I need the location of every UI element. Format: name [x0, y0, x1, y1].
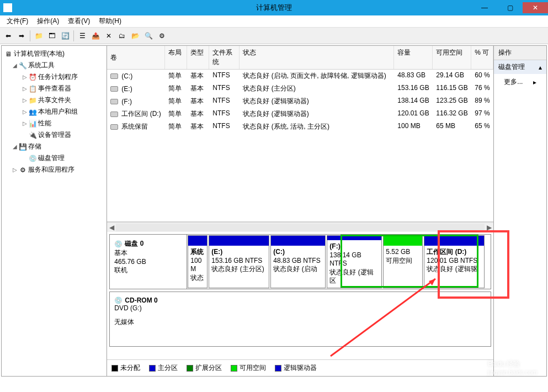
refresh-icon[interactable]: 🔄	[59, 30, 71, 42]
tree-systools[interactable]: ◢🔧系统工具	[2, 60, 107, 71]
titlebar: 计算机管理 — ▢ ✕	[0, 0, 548, 15]
tree-perf[interactable]: ▷📊性能	[2, 118, 107, 129]
legend: 未分配 主分区 扩展分区 可用空间 逻辑驱动器	[107, 359, 493, 376]
watermark: Baidu 经验 jingyan.baidu.com	[488, 359, 537, 375]
settings-icon[interactable]: ⚙	[156, 30, 168, 42]
back-button[interactable]: ⬅	[2, 30, 14, 42]
partition[interactable]: (C:)48.83 GB NTFS状态良好 (启动	[270, 235, 326, 288]
expand-icon[interactable]: ▷	[12, 167, 18, 173]
list-icon[interactable]: ☰	[76, 30, 88, 42]
cdrom-row: 💿CD-ROM 0 DVD (G:) 无媒体	[109, 292, 491, 347]
menu-help[interactable]: 帮助(H)	[94, 15, 126, 27]
folder2-icon[interactable]: 📂	[129, 30, 141, 42]
col-type[interactable]: 类型	[187, 46, 209, 69]
legend-unallocated: 未分配	[111, 363, 140, 373]
folder-icon[interactable]: 📁	[33, 30, 45, 42]
menu-action[interactable]: 操作(A)	[33, 15, 63, 27]
actions-more[interactable]: 更多...▸	[494, 74, 546, 90]
perf-icon: 📊	[28, 119, 37, 128]
col-fs[interactable]: 文件系统	[209, 46, 240, 69]
tree-root[interactable]: 🖥计算机管理(本地)	[2, 48, 107, 60]
main-pane: 卷 布局 类型 文件系统 状态 容量 可用空间 % 可 (C:)简单基本NTFS…	[107, 46, 493, 376]
volume-row[interactable]: (C:)简单基本NTFS状态良好 (启动, 页面文件, 故障转储, 逻辑驱动器)…	[107, 70, 493, 82]
users-icon: 👥	[28, 108, 37, 116]
menu-file[interactable]: 文件(F)	[2, 15, 33, 27]
actions-pane: 操作 磁盘管理▴ 更多...▸	[493, 46, 546, 376]
volume-row[interactable]: 工作区间 (D:)简单基本NTFS状态良好 (逻辑驱动器)120.01 GB11…	[107, 108, 493, 120]
h-scrollbar[interactable]: ◀ ▶	[107, 222, 493, 232]
expand-icon[interactable]: ▷	[22, 86, 28, 92]
menubar: 文件(F) 操作(A) 查看(V) 帮助(H)	[0, 15, 548, 28]
volume-header: 卷 布局 类型 文件系统 状态 容量 可用空间 % 可	[107, 46, 493, 70]
volume-row[interactable]: (F:)简单基本NTFS状态良好 (逻辑驱动器)138.14 GB123.25 …	[107, 95, 493, 108]
tree-shared[interactable]: ▷📁共享文件夹	[2, 94, 107, 106]
expand-icon[interactable]: ▷	[22, 97, 28, 103]
scroll-right-icon[interactable]: ▶	[485, 224, 493, 231]
col-volume[interactable]: 卷	[107, 46, 165, 69]
menu-view[interactable]: 查看(V)	[63, 15, 94, 27]
tree-users[interactable]: ▷👥本地用户和组	[2, 106, 107, 118]
tree-diskmgmt[interactable]: 💿磁盘管理	[2, 152, 107, 164]
tree-services[interactable]: ▷⚙服务和应用程序	[2, 164, 107, 176]
device-icon: 🔌	[28, 131, 37, 140]
actions-section-diskmgmt[interactable]: 磁盘管理▴	[494, 60, 546, 74]
computer-icon: 🖥	[4, 50, 13, 59]
disk-icon: 💿	[114, 240, 123, 248]
services-icon: ⚙	[18, 166, 27, 174]
view-icon[interactable]: 🗔	[46, 30, 58, 42]
legend-logical: 逻辑驱动器	[275, 363, 317, 373]
partition[interactable]: 工作区间 (D:)120.01 GB NTFS状态良好 (逻辑驱	[424, 235, 485, 288]
volume-row[interactable]: 系统保留简单基本NTFS状态良好 (系统, 活动, 主分区)100 MB65 M…	[107, 120, 493, 133]
volume-icon	[110, 99, 118, 104]
disk-icon: 💿	[28, 154, 37, 163]
search-icon[interactable]: 🔍	[142, 30, 155, 42]
collapse-icon: ▴	[539, 63, 542, 71]
tree-devmgr[interactable]: 🔌设备管理器	[2, 129, 107, 141]
col-layout[interactable]: 布局	[165, 46, 187, 69]
export-icon[interactable]: 📤	[89, 30, 102, 42]
cdrom-icon: 💿	[114, 296, 123, 304]
minimize-button[interactable]: —	[472, 2, 497, 13]
storage-icon: 💾	[18, 142, 27, 151]
volume-icon	[110, 124, 118, 130]
delete-icon[interactable]: ✕	[103, 30, 115, 42]
cdrom-label[interactable]: 💿CD-ROM 0 DVD (G:) 无媒体	[110, 292, 491, 346]
event-icon: 📋	[28, 84, 37, 93]
maximize-button[interactable]: ▢	[497, 2, 523, 13]
actions-header: 操作	[494, 46, 546, 60]
collapse-icon[interactable]: ◢	[12, 144, 18, 150]
legend-extended: 扩展分区	[187, 363, 222, 373]
clock-icon: ⏰	[28, 73, 37, 82]
expand-icon[interactable]: ▷	[22, 109, 28, 115]
disk-0-partitions: 系统100 M状态(E:)153.16 GB NTFS状态良好 (主分区)(C:…	[187, 235, 491, 289]
nav-tree[interactable]: 🖥计算机管理(本地) ◢🔧系统工具 ▷⏰任务计划程序 ▷📋事件查看器 ▷📁共享文…	[2, 46, 107, 376]
col-status[interactable]: 状态	[240, 46, 394, 69]
properties-icon[interactable]: 🗂	[116, 30, 128, 42]
forward-button[interactable]: ➡	[15, 30, 28, 42]
partition[interactable]: (E:)153.16 GB NTFS状态良好 (主分区)	[209, 235, 269, 288]
tree-scheduler[interactable]: ▷⏰任务计划程序	[2, 71, 107, 83]
tree-storage[interactable]: ◢💾存储	[2, 141, 107, 152]
partition[interactable]: 系统100 M状态	[188, 235, 208, 288]
partition[interactable]: 5.52 GB可用空间	[383, 235, 423, 288]
chevron-right-icon: ▸	[533, 78, 536, 86]
tools-icon: 🔧	[18, 61, 27, 70]
col-capacity[interactable]: 容量	[394, 46, 433, 69]
scroll-left-icon[interactable]: ◀	[107, 224, 116, 231]
close-button[interactable]: ✕	[523, 2, 548, 13]
disk-0-label[interactable]: 💿磁盘 0 基本 465.76 GB 联机	[110, 235, 187, 289]
window-title: 计算机管理	[256, 3, 292, 13]
partition[interactable]: (F:)138.14 GB NTFS状态良好 (逻辑区	[327, 235, 382, 288]
volume-row[interactable]: (E:)简单基本NTFS状态良好 (主分区)153.16 GB116.15 GB…	[107, 82, 493, 95]
col-percent[interactable]: % 可	[471, 46, 493, 69]
tree-eventvwr[interactable]: ▷📋事件查看器	[2, 83, 107, 94]
col-free[interactable]: 可用空间	[433, 46, 471, 69]
collapse-icon[interactable]: ◢	[12, 62, 18, 68]
expand-icon[interactable]: ▷	[22, 120, 28, 126]
app-icon	[3, 3, 12, 12]
volume-icon	[110, 73, 118, 79]
volume-icon	[110, 112, 118, 117]
volume-icon	[110, 86, 118, 92]
shared-icon: 📁	[28, 96, 37, 105]
expand-icon[interactable]: ▷	[22, 74, 28, 80]
